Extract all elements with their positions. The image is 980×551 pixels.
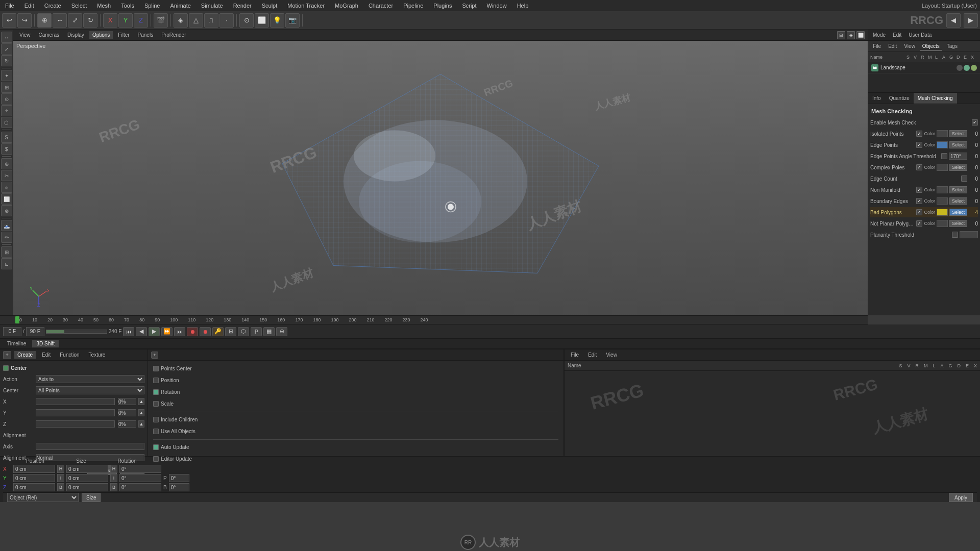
- btn-mode-4[interactable]: ▦: [263, 327, 275, 336]
- attr-tab-info[interactable]: Info: [868, 93, 885, 104]
- opt-use-all-objects[interactable]: Use All Objects: [153, 427, 558, 436]
- x-input[interactable]: [118, 398, 136, 405]
- mc-input-planarity[interactable]: [960, 231, 978, 238]
- btn-key[interactable]: 🔑: [212, 327, 224, 336]
- tl-tab-3dshift[interactable]: 3D Shift: [32, 340, 59, 347]
- mc-input-threshold[interactable]: [949, 153, 967, 160]
- playhead-start[interactable]: [15, 316, 19, 323]
- obj-tab-tags[interactable]: Tags: [944, 42, 960, 50]
- tool-2[interactable]: ⊞: [1, 82, 12, 93]
- mc-select-isolated[interactable]: Select: [949, 130, 967, 137]
- null-btn[interactable]: ⊙: [239, 13, 254, 28]
- obj-landscape[interactable]: 🏔 Landscape: [868, 62, 980, 73]
- viewport-tab-panels[interactable]: Panels: [135, 31, 157, 39]
- opt-scale[interactable]: Scale: [153, 399, 558, 408]
- lb-tab-edit[interactable]: Edit: [39, 351, 54, 359]
- psr-z-pos-step[interactable]: B: [57, 483, 64, 491]
- menu-create[interactable]: Create: [42, 2, 63, 10]
- cb-auto-update[interactable]: [153, 444, 159, 450]
- y-input[interactable]: [118, 409, 136, 416]
- viewport-icon-3[interactable]: ⬜: [856, 31, 865, 39]
- opt-rotation[interactable]: Rotation: [153, 387, 558, 396]
- mc-cb-complexpoles[interactable]: [916, 164, 922, 170]
- camera-btn[interactable]: 📷: [285, 13, 300, 28]
- obj-tab-file[interactable]: File: [870, 42, 884, 50]
- psr-y-pos-step[interactable]: I: [57, 474, 64, 482]
- mc-cb-nonmanifold[interactable]: [916, 187, 922, 193]
- menu-help[interactable]: Help: [515, 2, 531, 10]
- x-slider[interactable]: [36, 398, 115, 405]
- mc-color-nonmanifold[interactable]: [937, 186, 948, 193]
- menu-animate[interactable]: Animate: [168, 2, 192, 10]
- psr-y-rotation[interactable]: [119, 474, 161, 482]
- z-inc-btn[interactable]: ▲: [138, 420, 144, 428]
- btn-mode-2[interactable]: ⬡: [238, 327, 249, 336]
- attr-tab-quantize[interactable]: Quantize: [885, 93, 914, 104]
- mc-cb-edgepoints[interactable]: [916, 142, 922, 148]
- move-btn[interactable]: ↔: [53, 13, 67, 28]
- apply-btn[interactable]: Apply: [949, 493, 973, 502]
- attr-tab-meshchecking[interactable]: Mesh Checking: [914, 93, 957, 104]
- light-btn[interactable]: 💡: [270, 13, 284, 28]
- point-mode-btn[interactable]: ·: [219, 13, 234, 28]
- btn-play[interactable]: ▶: [149, 327, 160, 336]
- mode-bar-userdata[interactable]: User Data: [906, 31, 934, 39]
- menu-window[interactable]: Window: [485, 2, 509, 10]
- viewport-tab-options[interactable]: Options: [89, 31, 113, 39]
- lb-tab-create[interactable]: Create: [14, 351, 36, 359]
- rb-tab-edit[interactable]: Edit: [585, 351, 600, 359]
- tool-rotate[interactable]: ↻: [1, 55, 12, 66]
- live-selection-btn[interactable]: ⊕: [37, 13, 52, 28]
- btn-mode-1[interactable]: ⊞: [225, 327, 236, 336]
- tool-move[interactable]: ↔: [1, 32, 12, 43]
- mode-bar-edit[interactable]: Edit: [890, 31, 904, 39]
- mc-select-edgepoints[interactable]: Select: [949, 141, 967, 148]
- tl-tab-timeline[interactable]: Timeline: [3, 340, 30, 347]
- opt-position[interactable]: Position: [153, 375, 558, 385]
- center-btn-icon[interactable]: +: [151, 352, 158, 359]
- lb-tab-texture[interactable]: Texture: [86, 351, 109, 359]
- mc-color-isolated[interactable]: [937, 130, 948, 137]
- mc-select-boundaryedges[interactable]: Select: [949, 197, 967, 205]
- object-mode-btn[interactable]: ◈: [174, 13, 188, 28]
- cb-include-children[interactable]: [153, 417, 159, 422]
- viewport-tab-filter[interactable]: Filter: [115, 31, 132, 39]
- obj-tab-objects[interactable]: Objects: [920, 42, 942, 51]
- tool-11[interactable]: ⬜: [1, 193, 12, 205]
- obj-tab-edit[interactable]: Edit: [886, 42, 899, 50]
- psr-y-size-step[interactable]: I: [110, 474, 117, 482]
- current-frame-input[interactable]: [3, 327, 21, 336]
- x-inc-btn[interactable]: ▲: [138, 398, 144, 405]
- menu-motiontracker[interactable]: Motion Tracker: [285, 2, 327, 10]
- mc-color-notplanar[interactable]: [937, 220, 948, 227]
- mc-select-complexpoles[interactable]: Select: [949, 164, 967, 171]
- render-preview-btn[interactable]: 🎬: [154, 13, 168, 28]
- tool-10[interactable]: ⌾: [1, 182, 12, 193]
- menu-pipeline[interactable]: Pipeline: [401, 2, 425, 10]
- mc-cb-notplanar[interactable]: [916, 220, 922, 227]
- viewport-icon-2[interactable]: ◈: [847, 31, 855, 39]
- btn-record-2[interactable]: ⏺: [200, 327, 211, 336]
- cb-position[interactable]: [153, 378, 159, 383]
- tool-9[interactable]: ✂: [1, 170, 12, 181]
- rotate-btn[interactable]: ↻: [83, 13, 97, 28]
- tool-grid[interactable]: ⊞: [1, 246, 12, 258]
- menu-select[interactable]: Select: [69, 2, 89, 10]
- tool-4[interactable]: ⌖: [1, 105, 12, 116]
- menu-file[interactable]: File: [3, 2, 16, 10]
- tool-sculpt[interactable]: 🗻: [1, 220, 12, 231]
- size-btn[interactable]: Size: [82, 493, 101, 502]
- tool-8[interactable]: ⊕: [1, 158, 12, 169]
- tool-scale[interactable]: ⤢: [1, 43, 12, 55]
- tool-12[interactable]: ⊗: [1, 205, 12, 216]
- btn-mode-5[interactable]: ⊕: [276, 327, 287, 336]
- mc-color-complexpoles[interactable]: [937, 164, 948, 171]
- mode-bar-mode[interactable]: Mode: [870, 31, 888, 39]
- psr-x-position[interactable]: [13, 465, 55, 473]
- psr-y-rot-val[interactable]: [169, 474, 189, 482]
- y-axis-btn[interactable]: Y: [118, 13, 133, 28]
- nav-arrow-left[interactable]: ◀: [946, 13, 961, 28]
- psr-y-position[interactable]: [13, 474, 55, 482]
- psr-y-size[interactable]: [66, 474, 108, 482]
- viewport-tab-prorender[interactable]: ProRender: [158, 31, 189, 39]
